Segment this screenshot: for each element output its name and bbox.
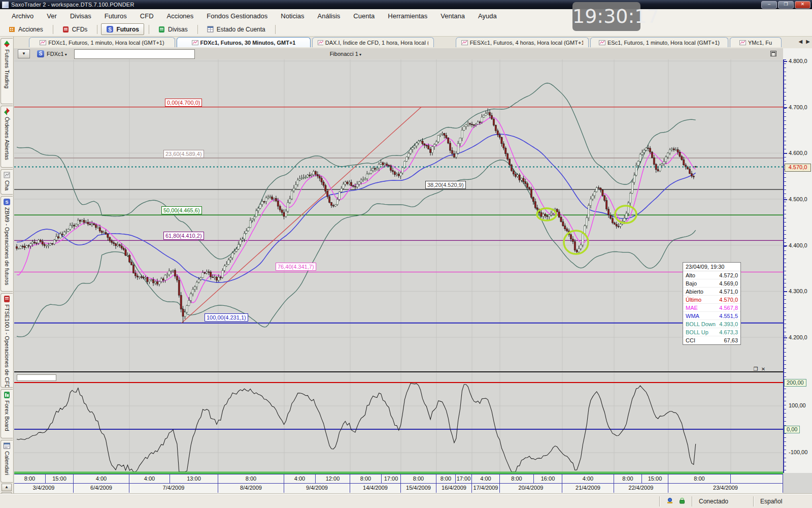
price-tick-label: 4.200,0 (789, 334, 807, 340)
menu-item-futuros[interactable]: Futuros (98, 10, 133, 22)
tooltip-row: Alto4.572,0 (683, 271, 740, 279)
tooltip-row: BOLL Up4.673,3 (683, 328, 740, 336)
svg-text:S: S (5, 200, 8, 205)
tab-scroll-left-icon[interactable]: ◀ (798, 38, 804, 45)
price-axis-ticks (784, 59, 786, 473)
minimize-button[interactable]: – (761, 1, 777, 9)
fx-icon (158, 25, 165, 33)
menu-item-herramientas[interactable]: Herramientas (381, 10, 434, 22)
menu-item-ver[interactable]: Ver (40, 10, 63, 22)
fib-level-label: 76,40(4.341,7) (276, 263, 316, 271)
account-icon (207, 25, 214, 33)
sidebar-tab-ftse100-i-operaciones-de-cfd[interactable]: FTSE100.I - Operaciones de CFD (1, 293, 13, 388)
fib-level-label: 38,20(4.520,9) (425, 181, 466, 189)
date-cell: 21/4/2009 (562, 484, 614, 493)
tab-chart-icon (40, 40, 46, 45)
sidebar-scroll-up-icon[interactable]: ▲ (2, 484, 12, 491)
orders-icon (3, 108, 11, 115)
stocks-icon (8, 25, 16, 33)
time-cell: 13:00 (170, 474, 218, 484)
toolbar-button-futuros[interactable]: SFuturos (101, 23, 144, 35)
tab-chart-icon (318, 40, 323, 45)
menu-item-noticias[interactable]: Noticias (274, 10, 311, 22)
sidebar-tab-forex-board[interactable]: Forex Board (1, 389, 13, 438)
chart-tab-4[interactable]: FESXc1, Futuros, 4 horas, Hora local (GM… (456, 37, 589, 47)
menu-item-acciones[interactable]: Acciones (160, 10, 200, 22)
tab-scroll-right-icon[interactable]: ▶ (805, 38, 811, 45)
window-controls: –❐✕ (761, 1, 810, 9)
main-price-chart[interactable] (14, 59, 783, 371)
indicator-maximize-icon[interactable]: ❐ (753, 367, 759, 372)
chart-tab-1[interactable]: FDXc1, Futuros, 1 minuto, Hora local (GM… (29, 37, 175, 47)
date-cell: 14/4/2009 (350, 484, 401, 493)
drawing-tool-selector[interactable]: Fibonacci 1▾ (330, 51, 361, 57)
time-cell: 4:00 (129, 474, 170, 484)
network-icon (666, 498, 673, 505)
toolbar-button-estado-de-cuenta[interactable]: Estado de Cuenta (201, 23, 270, 35)
time-cell: 15:00 (642, 474, 668, 484)
toolbar-button-divisas[interactable]: Divisas (153, 23, 193, 35)
left-panel-tabs: Futures TradingÓrdenes AbiertasChaSZBM9 … (0, 37, 14, 494)
chart-tab-6[interactable]: YMc1, Fu (730, 37, 782, 47)
indicator-close-icon[interactable]: ✕ (760, 367, 766, 372)
fib-level-label: 23,60(4.589,4) (163, 150, 204, 158)
symbol-search-input[interactable] (74, 49, 195, 59)
tooltip-row: WMA4.551,5 (683, 312, 740, 320)
time-cell: 4:00 (284, 474, 316, 484)
date-cell: 17/4/2009 (472, 484, 500, 493)
chart-maximize-button[interactable] (770, 51, 776, 56)
title-bar: SaxoTrader 2 - workspace.DTS.7.100.PONDE… (0, 0, 812, 9)
sidebar-tab-futures-trading[interactable]: Futures Trading (1, 38, 13, 104)
sidebar-tab-zbm9-operaciones-de-futuros[interactable]: SZBM9 - Operaciones de futuros (1, 196, 13, 292)
menu-item-cfd[interactable]: CFD (133, 10, 160, 22)
menu-item-archivo[interactable]: Archivo (5, 10, 40, 22)
saxo-icon: S (3, 198, 11, 206)
date-cell: 22/4/2009 (614, 484, 668, 493)
chart-tab-2[interactable]: FDXc1, Futuros, 30 Minutos, GMT+1 (177, 37, 311, 47)
chart-menu-dropdown-icon[interactable]: ▼ (18, 49, 30, 58)
indicator-panel-controls: ❐ ✕ (753, 367, 766, 372)
chevron-down-icon: ▾ (359, 52, 361, 57)
menu-item-fondos-gestionados[interactable]: Fondos Gestionados (200, 10, 274, 22)
time-cell: 4:00 (74, 474, 129, 484)
date-cell: 20/4/2009 (500, 484, 562, 493)
status-bar: Conectado Español (0, 494, 812, 508)
symbol-selector[interactable]: FDXc1▾ (47, 51, 67, 57)
language-selector[interactable]: Español (754, 494, 812, 508)
cci-level-label: -100,00 (789, 449, 807, 455)
time-cell: 17:00 (456, 474, 472, 484)
date-cell: 8/4/2009 (218, 484, 284, 493)
cfd-icon (62, 25, 70, 33)
menu-item-ayuda[interactable]: Ayuda (471, 10, 503, 22)
cfd-red-icon (3, 295, 11, 303)
toolbar-button-acciones[interactable]: Acciones (3, 23, 48, 35)
panel-splitter[interactable] (14, 371, 783, 372)
tab-chart-icon (739, 40, 746, 45)
arrows-up-down-icon (3, 40, 11, 48)
restore-button[interactable]: ❐ (778, 1, 794, 9)
menu-item-ventana[interactable]: Ventana (434, 10, 471, 22)
date-cell: 16/4/2009 (436, 484, 472, 493)
chart-tab-3[interactable]: DAX.I, Índice de CFD, 1 hora, Hora local… (312, 37, 434, 47)
sidebar-tab-cha[interactable]: Cha (1, 169, 13, 195)
menu-item-análisis[interactable]: Análisis (311, 10, 347, 22)
tab-chart-icon (192, 40, 198, 45)
sidebar-tab-calendari[interactable]: Calendari (1, 440, 13, 483)
sidebar-tab--rdenes-abiertas[interactable]: Órdenes Abiertas (1, 106, 13, 168)
indicator-edit-input[interactable] (17, 374, 56, 381)
price-axis[interactable]: 4.800,04.700,04.600,04.500,04.400,04.300… (783, 48, 812, 473)
chart-icon (3, 171, 11, 179)
tooltip-row: Abierto4.571,0 (683, 288, 740, 296)
chart-tab-5[interactable]: ESc1, Futuros, 1 minuto, Hora local (GMT… (590, 37, 728, 47)
cci-indicator-panel[interactable] (14, 373, 783, 473)
clock-overlay: 19:30:17 (572, 2, 640, 31)
time-axis[interactable]: 8:0015:004:004:0013:008:004:0012:008:001… (14, 473, 783, 493)
fib-level-label: 0,00(4.700,0) (165, 99, 202, 107)
toolbar-button-cfds[interactable]: CFDs (57, 23, 93, 35)
close-button[interactable]: ✕ (795, 1, 810, 9)
menu-item-divisas[interactable]: Divisas (63, 10, 98, 22)
app-toolbar: AccionesCFDsSFuturosDivisasEstado de Cue… (0, 22, 812, 37)
tooltip-row: MAE4.567,8 (683, 304, 740, 312)
menu-item-cuenta[interactable]: Cuenta (347, 10, 381, 22)
price-tick-label: 4.400,0 (789, 242, 807, 248)
